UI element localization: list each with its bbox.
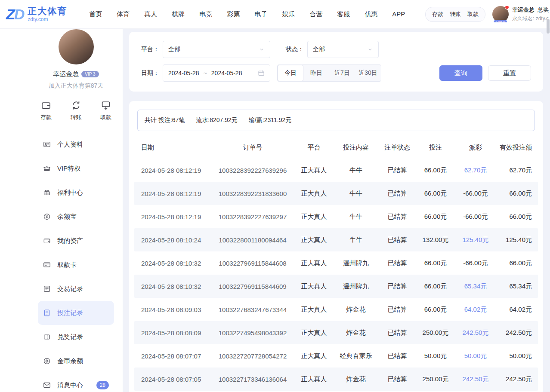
- column-header: 派彩: [454, 144, 497, 152]
- nav-item-app[interactable]: APP: [385, 0, 412, 28]
- nav-item-home[interactable]: 首页: [82, 0, 109, 28]
- main-content: 平台： 全部 状态： 全部 日期： 2024-05-28 ~ 2024-05-2…: [129, 28, 543, 392]
- profile-avatar[interactable]: [59, 29, 94, 64]
- brand-logo-icon: ZD: [6, 7, 24, 21]
- range-button-yesterday[interactable]: 昨日: [303, 65, 329, 81]
- scrollbar-thumb[interactable]: [547, 19, 550, 34]
- sidebar-item-withdraw-card[interactable]: 取款卡: [38, 253, 114, 277]
- cell-payout: 125.40元: [454, 236, 497, 244]
- table-row[interactable]: 2024-05-28 08:10:241003228001180094464正大…: [134, 228, 538, 251]
- cell-valid-amount: 242.50元: [497, 329, 538, 337]
- sidebar-item-message-center[interactable]: 消息中心28: [38, 373, 114, 392]
- mail-icon: [43, 381, 51, 389]
- nav-item-partnership[interactable]: 合营: [302, 0, 330, 28]
- cell-order-id: 1003228392227639297: [212, 213, 294, 220]
- table-row[interactable]: 2024-05-28 08:10:321003227969115844609正大…: [134, 275, 538, 298]
- header-user-block[interactable]: VIP 3 幸运金总 总奖 永久域名: zdty.c: [492, 6, 550, 22]
- sidebar-item-label: 福利中心: [57, 189, 83, 197]
- table-row[interactable]: 2024-05-28 08:07:071003227207728054272正大…: [134, 344, 538, 368]
- range-button-today[interactable]: 今日: [278, 65, 303, 81]
- range-button-last-30-days[interactable]: 近30日: [355, 65, 381, 81]
- cell-bet-content: 炸金花: [334, 306, 377, 314]
- cell-platform: 正大真人: [294, 259, 334, 267]
- sidebar-item-my-assets[interactable]: 我的资产: [38, 229, 114, 253]
- quick-action-label: 取款: [100, 113, 111, 121]
- nav-item-slots[interactable]: 电子: [247, 0, 275, 28]
- sidebar-item-vip-privileges[interactable]: VIP特权: [38, 156, 114, 181]
- cell-valid-amount: 66.00元: [497, 190, 538, 198]
- nav-item-entertainment[interactable]: 娱乐: [275, 0, 302, 28]
- cell-date: 2024-05-28 08:12:19: [134, 190, 212, 197]
- sidebar-item-label: 交易记录: [57, 285, 83, 293]
- cell-platform: 正大真人: [294, 352, 334, 360]
- header-user-name: 幸运金总 总奖: [512, 6, 549, 14]
- cell-bet-amount: 250.00元: [417, 329, 454, 337]
- cell-bet-amount: 66.00元: [417, 282, 454, 291]
- table-row[interactable]: 2024-05-28 08:12:191003228392227639296正大…: [134, 159, 538, 182]
- nav-item-board-games[interactable]: 棋牌: [164, 0, 192, 28]
- table-row[interactable]: 2024-05-28 08:07:051003227173346136064正大…: [134, 368, 538, 391]
- wallet-icon: [43, 237, 51, 245]
- sidebar-item-label: 消息中心: [57, 381, 83, 389]
- cell-status: 已结算: [377, 236, 417, 244]
- notification-dot-icon: [505, 6, 509, 9]
- table-row[interactable]: 2024-05-28 08:10:321003227969115844608正大…: [134, 251, 538, 275]
- sidebar-item-label: 投注记录: [57, 309, 83, 317]
- cell-order-id: 1003227969115844608: [212, 260, 294, 267]
- sidebar-item-transaction-records[interactable]: 交易记录: [38, 277, 114, 301]
- cell-status: 已结算: [377, 282, 417, 291]
- main-nav: 首页体育真人棋牌电竞彩票电子娱乐合营客服优惠APP: [82, 0, 412, 28]
- cell-bet-amount: 66.00元: [417, 190, 454, 198]
- reset-button[interactable]: 重置: [488, 65, 531, 81]
- redeem-record-icon: [43, 333, 51, 341]
- cell-bet-content: 经典百家乐: [334, 352, 377, 360]
- sidebar-menu: 个人资料VIP特权福利中心余额宝我的资产取款卡交易记录投注记录兑奖记录金币余额消…: [38, 132, 114, 392]
- platform-select[interactable]: 全部: [163, 41, 270, 58]
- transaction-list-icon: [43, 285, 51, 293]
- status-select[interactable]: 全部: [307, 41, 379, 58]
- nav-item-promotions[interactable]: 优惠: [357, 0, 385, 28]
- table-row[interactable]: 2024-05-28 08:12:191003228392227639297正大…: [134, 205, 538, 228]
- quick-action-withdraw[interactable]: 取款: [100, 100, 111, 121]
- wallet-withdraw-button[interactable]: 取款: [467, 10, 479, 18]
- nav-item-sports[interactable]: 体育: [109, 0, 137, 28]
- nav-item-esports[interactable]: 电竞: [192, 0, 219, 28]
- sidebar-item-bet-records[interactable]: 投注记录: [38, 301, 114, 325]
- sidebar-item-profile[interactable]: 个人资料: [38, 132, 114, 156]
- chevron-down-icon: [259, 46, 265, 52]
- profile-name: 幸运金总: [53, 70, 79, 78]
- cell-date: 2024-05-28 08:10:32: [134, 283, 212, 290]
- sidebar-item-redeem-records[interactable]: 兑奖记录: [38, 325, 114, 349]
- cell-valid-amount: 66.00元: [497, 259, 538, 267]
- vip-badge[interactable]: VIP 3: [81, 71, 99, 77]
- sidebar-item-yuebao[interactable]: 余额宝: [38, 205, 114, 229]
- range-button-last-7-days[interactable]: 近7日: [329, 65, 355, 81]
- cell-payout: -66.00元: [454, 259, 497, 267]
- brand-logo[interactable]: ZD 正大体育 zdty.com: [6, 6, 67, 22]
- cell-bet-amount: 66.00元: [417, 213, 454, 221]
- table-row[interactable]: 2024-05-28 08:09:031003227683247673344正大…: [134, 298, 538, 321]
- sidebar-item-gold-balance[interactable]: 金币余额: [38, 349, 114, 373]
- wallet-transfer-button[interactable]: 转账: [450, 10, 461, 18]
- sidebar-item-label: 我的资产: [57, 237, 83, 245]
- sidebar-item-welfare-center[interactable]: 福利中心: [38, 181, 114, 205]
- table-row[interactable]: 2024-05-28 08:12:191003228392231833600正大…: [134, 182, 538, 205]
- wallet-deposit-button[interactable]: 存款: [432, 10, 443, 18]
- quick-action-transfer[interactable]: 转账: [71, 100, 82, 121]
- cell-bet-content: 温州牌九: [334, 259, 377, 267]
- date-range-input[interactable]: 2024-05-28 ~ 2024-05-28: [163, 64, 270, 82]
- cell-platform: 正大真人: [294, 166, 334, 175]
- platform-select-value: 全部: [168, 46, 180, 53]
- quick-actions: 存款转账取款: [38, 100, 114, 121]
- cell-valid-amount: 65.34元: [497, 282, 538, 291]
- quick-action-deposit[interactable]: 存款: [40, 100, 52, 121]
- search-button[interactable]: 查询: [439, 65, 482, 81]
- nav-item-live-casino[interactable]: 真人: [137, 0, 164, 28]
- avatar[interactable]: VIP 3: [492, 6, 509, 22]
- table-row[interactable]: 2024-05-28 08:08:091003227495498043392正大…: [134, 321, 538, 344]
- nav-item-support[interactable]: 客服: [330, 0, 357, 28]
- sidebar-item-label: 兑奖记录: [57, 333, 83, 341]
- cell-order-id: 1003227683247673344: [212, 306, 294, 313]
- nav-item-lottery[interactable]: 彩票: [219, 0, 247, 28]
- cell-date: 2024-05-28 08:12:19: [134, 167, 212, 174]
